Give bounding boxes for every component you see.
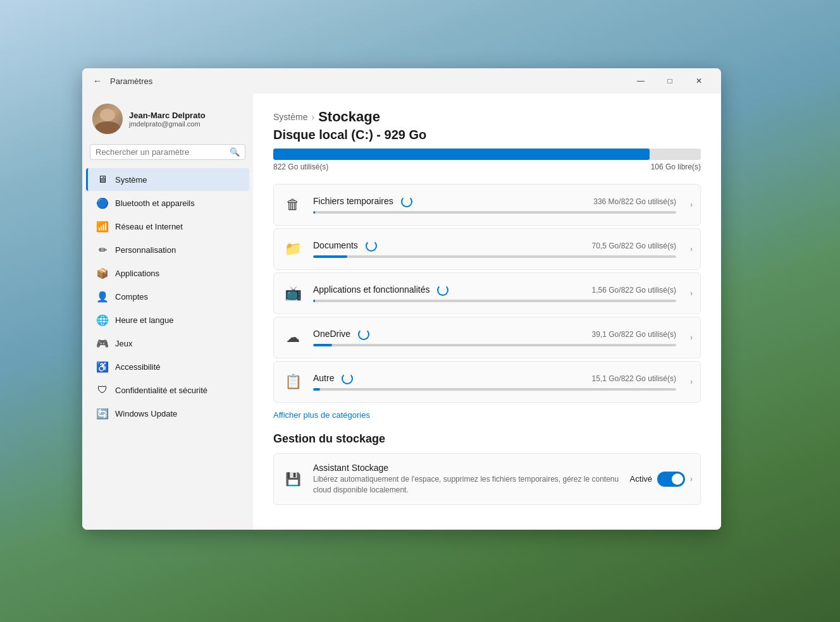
nav-icon-jeux: 🎮 (96, 337, 109, 350)
storage-items: 🗑 Fichiers temporaires 336 Mo/822 Go uti… (273, 184, 701, 405)
sidebar-item-bluetooth[interactable]: 🔵 Bluetooth et appareils (86, 192, 249, 214)
nav-label-applications: Applications (115, 269, 159, 278)
window-body: Jean-Marc Delprato jmdelprato@gmail.com … (82, 94, 721, 530)
storage-chevron-2: › (690, 289, 693, 298)
storage-chevron-1: › (690, 245, 693, 253)
storage-bar-4 (313, 388, 676, 391)
nav-label-perso: Personnalisation (115, 245, 176, 255)
breadcrumb-parent: Système (273, 112, 307, 122)
storage-icon-2: 📺 (281, 282, 304, 305)
back-button[interactable]: ← (90, 73, 105, 88)
disk-free: 106 Go libre(s) (651, 162, 701, 171)
assistant-icon: 💾 (281, 468, 304, 491)
sidebar-item-jeux[interactable]: 🎮 Jeux (86, 332, 249, 355)
sidebar-item-heure[interactable]: 🌐 Heure et langue (86, 308, 249, 331)
storage-chevron-0: › (690, 200, 693, 209)
sidebar-item-confidentialite[interactable]: 🛡 Confidentialité et sécurité (86, 379, 249, 401)
nav-icon-windows_update: 🔄 (96, 407, 109, 420)
search-icon: 🔍 (230, 147, 240, 157)
nav-icon-bluetooth: 🔵 (96, 197, 109, 209)
assistant-toggle[interactable] (657, 472, 685, 487)
storage-item-1[interactable]: 📁 Documents 70,5 Go/822 Go utilisé(s) › (273, 228, 701, 270)
toggle-label: Activé (630, 474, 652, 484)
storage-name-1: Documents (313, 240, 377, 252)
storage-item-2[interactable]: 📺 Applications et fonctionnalités 1,56 G… (273, 272, 701, 314)
user-info: Jean-Marc Delprato jmdelprato@gmail.com (129, 111, 206, 128)
loading-spinner-2 (437, 284, 448, 296)
nav-label-comptes: Comptes (115, 292, 148, 302)
storage-icon-1: 📁 (281, 238, 304, 260)
sidebar-item-systeme[interactable]: 🖥 Système (86, 168, 249, 191)
maximize-button[interactable]: □ (655, 71, 684, 91)
nav-icon-comptes: 👤 (96, 290, 109, 303)
storage-icon-3: ☁ (281, 326, 304, 349)
disk-progress-bar (273, 149, 701, 160)
disk-title: Disque local (C:) - 929 Go (273, 128, 701, 142)
storage-icon-0: 🗑 (281, 193, 304, 216)
avatar (92, 104, 123, 134)
nav-label-confidentialite: Confidentialité et sécurité (115, 386, 207, 395)
loading-spinner-1 (366, 240, 377, 252)
storage-content-0: Fichiers temporaires 336 Mo/822 Go utili… (313, 196, 676, 214)
search-input[interactable] (96, 147, 230, 157)
sidebar-item-accessibilite[interactable]: ♿ Accessibilité (86, 355, 249, 378)
nav-icon-heure: 🌐 (96, 314, 109, 326)
nav-icon-applications: 📦 (96, 267, 109, 279)
assistant-right: Activé › (630, 472, 693, 487)
assistant-chevron: › (690, 475, 693, 484)
storage-bar-3 (313, 344, 676, 346)
sidebar-item-applications[interactable]: 📦 Applications (86, 262, 249, 284)
storage-name-0: Fichiers temporaires (313, 196, 412, 207)
nav-label-heure: Heure et langue (115, 315, 174, 325)
storage-item-3[interactable]: ☁ OneDrive 39,1 Go/822 Go utilisé(s) › (273, 317, 701, 358)
user-section: Jean-Marc Delprato jmdelprato@gmail.com (82, 99, 253, 144)
title-bar: ← Paramètres — □ ✕ (82, 68, 721, 94)
sidebar-item-windows_update[interactable]: 🔄 Windows Update (86, 402, 249, 425)
storage-size-1: 70,5 Go/822 Go utilisé(s) (592, 241, 676, 250)
user-email: jmdelprato@gmail.com (129, 120, 206, 128)
nav-icon-perso: ✏ (96, 243, 109, 256)
storage-top-4: Autre 15,1 Go/822 Go utilisé(s) (313, 373, 676, 384)
nav-icon-systeme: 🖥 (96, 173, 109, 186)
storage-name-2: Applications et fonctionnalités (313, 284, 448, 296)
nav-label-windows_update: Windows Update (115, 409, 177, 418)
storage-top-2: Applications et fonctionnalités 1,56 Go/… (313, 284, 676, 296)
nav-label-systeme: Système (115, 175, 147, 185)
storage-bar-fill-1 (313, 255, 347, 258)
storage-bar-2 (313, 300, 676, 302)
show-more-link[interactable]: Afficher plus de catégories (273, 410, 370, 420)
storage-bar-fill-3 (313, 344, 332, 346)
disk-used: 822 Go utilisé(s) (273, 162, 328, 171)
nav-label-bluetooth: Bluetooth et appareils (115, 198, 195, 208)
storage-content-4: Autre 15,1 Go/822 Go utilisé(s) (313, 373, 676, 391)
assistant-desc: Libérez automatiquement de l'espace, sup… (313, 474, 621, 496)
search-box[interactable]: 🔍 (90, 144, 245, 160)
sidebar-item-perso[interactable]: ✏ Personnalisation (86, 238, 249, 261)
close-button[interactable]: ✕ (684, 71, 713, 91)
assistant-title: Assistant Stockage (313, 463, 621, 473)
assistant-card[interactable]: 💾 Assistant Stockage Libérez automatique… (273, 453, 701, 505)
breadcrumb: Système › Stockage (273, 109, 701, 125)
loading-spinner-0 (401, 196, 412, 207)
nav-items: 🖥 Système 🔵 Bluetooth et appareils 📶 Rés… (82, 168, 253, 425)
storage-top-0: Fichiers temporaires 336 Mo/822 Go utili… (313, 196, 676, 207)
storage-icon-4: 📋 (281, 370, 304, 393)
storage-item-4[interactable]: 📋 Autre 15,1 Go/822 Go utilisé(s) › (273, 361, 701, 403)
nav-label-jeux: Jeux (115, 339, 132, 348)
storage-size-2: 1,56 Go/822 Go utilisé(s) (592, 286, 676, 295)
storage-top-1: Documents 70,5 Go/822 Go utilisé(s) (313, 240, 676, 252)
nav-icon-accessibilite: ♿ (96, 360, 109, 373)
sidebar-item-comptes[interactable]: 👤 Comptes (86, 285, 249, 308)
nav-label-reseau: Réseau et Internet (115, 222, 183, 231)
breadcrumb-current: Stockage (318, 109, 380, 125)
storage-content-3: OneDrive 39,1 Go/822 Go utilisé(s) (313, 329, 676, 346)
storage-bar-1 (313, 255, 676, 258)
nav-icon-confidentialite: 🛡 (96, 384, 109, 396)
sidebar-item-reseau[interactable]: 📶 Réseau et Internet (86, 215, 249, 238)
storage-bar-fill-4 (313, 388, 320, 391)
storage-size-4: 15,1 Go/822 Go utilisé(s) (592, 374, 676, 383)
minimize-button[interactable]: — (626, 71, 655, 91)
disk-progress-fill (273, 149, 650, 160)
storage-item-0[interactable]: 🗑 Fichiers temporaires 336 Mo/822 Go uti… (273, 184, 701, 226)
main-content: Système › Stockage Disque local (C:) - 9… (253, 94, 721, 530)
